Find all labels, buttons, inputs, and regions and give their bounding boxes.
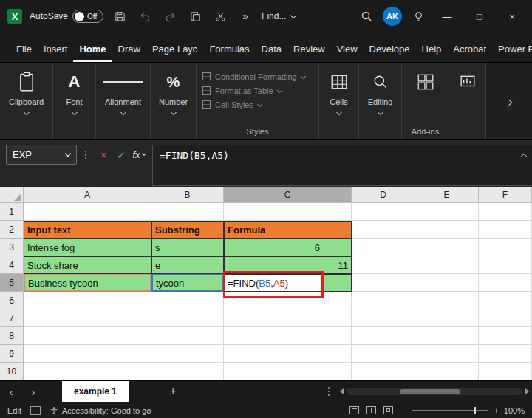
row-header-5[interactable]: 5 — [0, 274, 24, 292]
cell-F6[interactable] — [479, 292, 532, 309]
ribbon-tab-file[interactable]: File — [10, 38, 38, 62]
cell-A8[interactable] — [24, 327, 151, 345]
cell-F1[interactable] — [479, 203, 532, 221]
row-header-9[interactable]: 9 — [0, 345, 24, 363]
cell-C2[interactable]: Formula — [224, 221, 352, 239]
cell-D1[interactable] — [352, 203, 415, 221]
cell-F10[interactable] — [479, 363, 532, 380]
ribbon-group-number[interactable]: % Number — [151, 63, 197, 139]
row-header-2[interactable]: 2 — [0, 221, 24, 239]
ribbon-tab-draw[interactable]: Draw — [112, 38, 146, 62]
column-header-A[interactable]: A — [24, 187, 151, 203]
cell-F5[interactable] — [479, 274, 532, 292]
cell-F9[interactable] — [479, 345, 532, 363]
ribbon-tab-view[interactable]: View — [331, 38, 364, 62]
zoom-slider-thumb[interactable] — [474, 407, 476, 414]
ribbon-tab-page-layout[interactable]: Page Layc — [146, 38, 203, 62]
cell-F4[interactable] — [479, 256, 532, 274]
undo-button[interactable] — [136, 7, 154, 25]
cell-F3[interactable] — [479, 239, 532, 256]
cell-E4[interactable] — [415, 256, 479, 274]
zoom-out-button[interactable]: − — [402, 406, 406, 415]
cell-D4[interactable] — [352, 256, 415, 274]
ribbon-group-addins[interactable]: Add-ins — [402, 63, 449, 139]
ribbon-tab-power-pivot[interactable]: Power Piv — [492, 38, 532, 62]
column-header-B[interactable]: B — [151, 187, 224, 203]
ribbon-tab-acrobat[interactable]: Acrobat — [447, 38, 492, 62]
cell-B3[interactable]: s — [151, 239, 224, 256]
ribbon-tab-formulas[interactable]: Formulas — [203, 38, 255, 62]
sheet-options-button[interactable] — [328, 387, 330, 396]
cell-D7[interactable] — [352, 309, 415, 327]
cell-C5-formula-editor[interactable]: =FIND(B5,A5) — [225, 275, 321, 291]
macro-record-icon[interactable] — [30, 406, 41, 415]
formula-input[interactable]: =FIND(B5,A5) — [152, 145, 532, 186]
column-header-D[interactable]: D — [352, 187, 415, 203]
ribbon-group-editing[interactable]: Editing — [359, 63, 402, 139]
ribbon-expand-button[interactable] — [507, 95, 511, 108]
cell-F2[interactable] — [479, 221, 532, 239]
page-break-view-button[interactable] — [383, 406, 393, 414]
row-header-1[interactable]: 1 — [0, 203, 24, 221]
row-header-6[interactable]: 6 — [0, 292, 24, 309]
redo-button[interactable] — [161, 7, 179, 25]
cell-F7[interactable] — [479, 309, 532, 327]
cell-B6[interactable] — [151, 292, 224, 309]
cell-A9[interactable] — [24, 345, 151, 363]
close-button[interactable]: × — [499, 5, 525, 27]
ribbon-tab-help[interactable]: Help — [416, 38, 448, 62]
cell-D9[interactable] — [352, 345, 415, 363]
cell-B2[interactable]: Substring — [151, 221, 224, 239]
minimize-button[interactable]: — — [434, 5, 460, 27]
cell-B9[interactable] — [151, 345, 224, 363]
cell-E1[interactable] — [415, 203, 479, 221]
cell-C7[interactable] — [224, 309, 352, 327]
add-sheet-button[interactable]: + — [164, 385, 182, 398]
cell-F8[interactable] — [479, 327, 532, 345]
row-header-7[interactable]: 7 — [0, 309, 24, 327]
cell-A7[interactable] — [24, 309, 151, 327]
cell-E10[interactable] — [415, 363, 479, 380]
cell-B10[interactable] — [151, 363, 224, 380]
cell-B4[interactable]: e — [151, 256, 224, 274]
cell-D5[interactable] — [352, 274, 415, 292]
copy-button[interactable] — [186, 7, 204, 25]
select-all-button[interactable] — [0, 187, 24, 203]
cell-E3[interactable] — [415, 239, 479, 256]
row-header-8[interactable]: 8 — [0, 327, 24, 345]
ribbon-tab-insert[interactable]: Insert — [38, 38, 74, 62]
confirm-entry-button[interactable]: ✓ — [112, 145, 130, 165]
scrollbar-thumb[interactable] — [400, 389, 460, 394]
row-header-10[interactable]: 10 — [0, 363, 24, 380]
cell-E2[interactable] — [415, 221, 479, 239]
cell-D6[interactable] — [352, 292, 415, 309]
cell-A10[interactable] — [24, 363, 151, 380]
cell-D8[interactable] — [352, 327, 415, 345]
column-header-E[interactable]: E — [415, 187, 479, 203]
ribbon-group-clipboard[interactable]: Clipboard — [0, 63, 53, 139]
prev-sheet-button[interactable]: ‹ — [0, 386, 22, 398]
account-avatar[interactable]: AK — [383, 7, 402, 26]
find-dropdown[interactable]: Find... — [262, 11, 296, 21]
sheet-tab-example1[interactable]: example 1 — [62, 381, 129, 402]
name-box[interactable]: EXP — [6, 145, 77, 165]
cell-B8[interactable] — [151, 327, 224, 345]
cell-B1[interactable] — [151, 203, 224, 221]
maximize-button[interactable]: □ — [467, 5, 492, 27]
scroll-left-button[interactable] — [340, 388, 344, 394]
cell-E6[interactable] — [415, 292, 479, 309]
ribbon-tab-home[interactable]: Home — [73, 38, 112, 62]
cut-button[interactable] — [211, 7, 229, 25]
column-header-C[interactable]: C — [224, 187, 352, 203]
cell-D10[interactable] — [352, 363, 415, 380]
row-header-4[interactable]: 4 — [0, 256, 24, 274]
ribbon-tab-developer[interactable]: Develope — [364, 38, 416, 62]
zoom-in-button[interactable]: + — [494, 406, 498, 415]
cell-E7[interactable] — [415, 309, 479, 327]
cell-C6[interactable] — [224, 292, 352, 309]
insert-function-button[interactable]: fx — [130, 145, 148, 165]
cell-C4[interactable]: 11 — [224, 256, 352, 274]
collapse-formula-bar-button[interactable] — [522, 150, 526, 161]
ribbon-tab-data[interactable]: Data — [256, 38, 287, 62]
save-button[interactable] — [111, 7, 129, 25]
